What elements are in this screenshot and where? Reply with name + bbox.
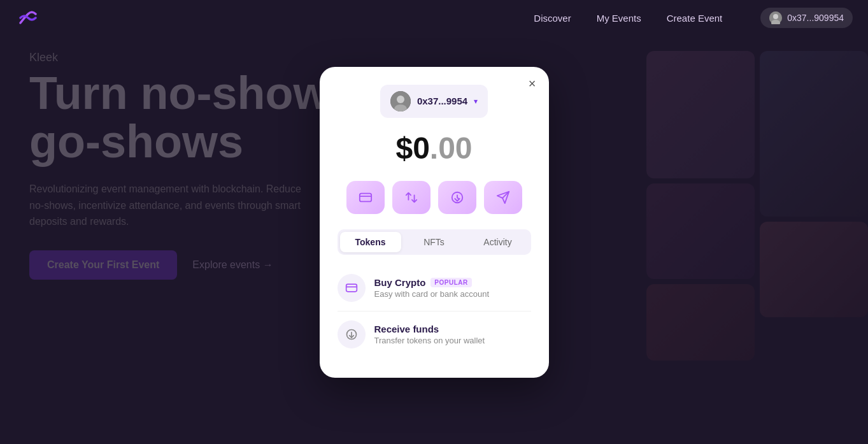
- receive-funds-icon-wrap: [338, 320, 366, 348]
- modal-close-button[interactable]: ×: [529, 77, 536, 90]
- action-swap-button[interactable]: [392, 181, 430, 214]
- balance-integer: $0: [395, 131, 429, 165]
- svg-rect-6: [359, 193, 371, 201]
- receive-funds-text: Receive funds Transfer tokens on your wa…: [374, 324, 531, 345]
- modal-wallet-avatar: [390, 91, 411, 111]
- buy-crypto-title: Buy Crypto POPULAR: [374, 277, 531, 288]
- receive-funds-item[interactable]: Receive funds Transfer tokens on your wa…: [338, 312, 531, 357]
- balance-amount: $0.00: [395, 131, 472, 165]
- tokens-list: Buy Crypto POPULAR Easy with card or ban…: [338, 265, 531, 357]
- receive-funds-title: Receive funds: [374, 324, 531, 334]
- buy-crypto-subtitle: Easy with card or bank account: [374, 289, 531, 299]
- svg-rect-11: [346, 284, 357, 292]
- tab-activity[interactable]: Activity: [467, 232, 529, 252]
- wallet-selector[interactable]: 0x37...9954 ▾: [380, 85, 488, 118]
- modal-wallet-address: 0x37...9954: [417, 96, 467, 106]
- popular-badge: POPULAR: [430, 278, 471, 287]
- action-send-button[interactable]: [484, 181, 522, 214]
- balance-decimal: .00: [430, 131, 473, 165]
- buy-crypto-text: Buy Crypto POPULAR Easy with card or ban…: [374, 277, 531, 299]
- action-buttons-row: [338, 181, 531, 214]
- tab-tokens[interactable]: Tokens: [340, 232, 401, 252]
- wallet-modal: × 0x37...9954 ▾ $0.00: [320, 67, 549, 378]
- modal-overlay: × 0x37...9954 ▾ $0.00: [0, 0, 868, 444]
- action-receive-button[interactable]: [438, 181, 476, 214]
- receive-funds-subtitle: Transfer tokens on your wallet: [374, 336, 531, 345]
- modal-tabs: Tokens NFTs Activity: [338, 229, 531, 255]
- buy-crypto-icon-wrap: [338, 274, 366, 302]
- svg-point-4: [397, 96, 404, 103]
- buy-crypto-item[interactable]: Buy Crypto POPULAR Easy with card or ban…: [338, 265, 531, 312]
- balance-display: $0.00: [338, 131, 531, 166]
- chevron-down-icon: ▾: [474, 97, 478, 106]
- tab-nfts[interactable]: NFTs: [404, 232, 465, 252]
- action-card-button[interactable]: [346, 181, 385, 214]
